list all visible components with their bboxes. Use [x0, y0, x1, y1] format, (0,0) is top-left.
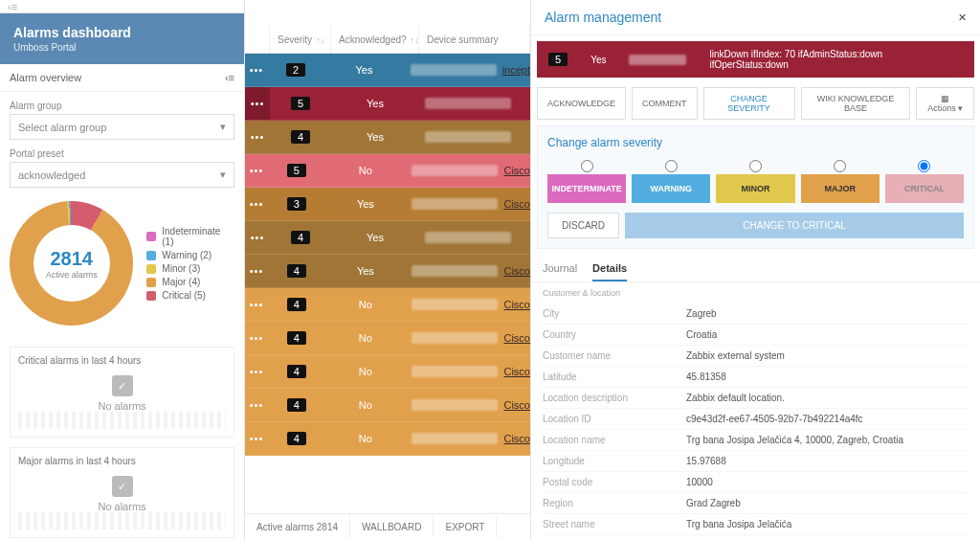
blurred-text [629, 55, 686, 65]
active-alarms-donut: 2814 Active alarms [10, 201, 133, 326]
tab-journal[interactable]: Journal [543, 262, 577, 281]
col-device-summary[interactable]: Device summary [419, 27, 530, 53]
row-menu-icon[interactable]: ••• [251, 98, 265, 109]
row-menu-icon[interactable]: ••• [250, 265, 264, 277]
no-alarms-text: No alarms [98, 501, 145, 512]
wiki-button[interactable]: WIKI KNOWLEDGE BASE [801, 87, 911, 120]
row-menu-icon[interactable]: ••• [250, 366, 264, 377]
detail-row: Latitude45.81358 [543, 367, 969, 388]
ack-cell: Yes [331, 87, 419, 120]
legend-item: Critical (5) [146, 290, 234, 301]
row-menu-icon[interactable]: ••• [250, 299, 264, 310]
severity-badge: 2 [286, 63, 305, 77]
table-row[interactable]: •••4NoCisco [245, 422, 530, 456]
row-menu-icon[interactable]: ••• [250, 64, 264, 76]
table-row[interactable]: •••4NoCisco [245, 322, 530, 355]
alarm-group-label: Alarm group [10, 101, 61, 111]
discard-button[interactable]: DISCARD [547, 213, 619, 238]
device-link[interactable]: incept [502, 64, 530, 76]
legend-label: Indeterminate (1) [162, 226, 234, 247]
severity-option[interactable]: CRITICAL [885, 159, 964, 203]
legend-label: Minor (3) [162, 263, 200, 274]
overview-collapse-icon[interactable]: ‹≡ [225, 72, 234, 83]
detail-value: Trg bana Josipa Jelačića 4, 10000, Zagre… [686, 435, 903, 445]
device-link[interactable]: Cisco [503, 399, 530, 411]
table-row[interactable]: •••4Yes [245, 121, 530, 154]
table-row[interactable]: •••4YesCisco [245, 255, 530, 288]
table-row[interactable]: •••4Yes [245, 221, 530, 255]
severity-badge: 4 [287, 365, 306, 378]
tab-details[interactable]: Details [592, 262, 627, 281]
ack-cell: No [324, 422, 406, 455]
table-row[interactable]: •••5Yes [245, 87, 530, 121]
severity-option[interactable]: MAJOR [801, 159, 880, 203]
detail-key: Postal code [543, 477, 686, 487]
device-link[interactable]: Cisco [503, 332, 530, 344]
blurred-text [412, 366, 498, 377]
col-acknowledged[interactable]: Acknowledged?↑↓ [331, 27, 419, 53]
row-menu-icon[interactable]: ••• [250, 165, 264, 176]
table-row[interactable]: •••2Yesincept [245, 54, 530, 87]
severity-badge: 4 [291, 130, 310, 144]
row-menu-icon[interactable]: ••• [250, 433, 264, 444]
row-menu-icon[interactable]: ••• [250, 332, 264, 344]
severity-legend: Indeterminate (1)Warning (2)Minor (3)Maj… [146, 223, 234, 304]
severity-option[interactable]: INDETERMINATE [547, 159, 626, 203]
detail-key: Longitude [543, 456, 686, 466]
collapse-toggle[interactable]: ‹≡ [0, 0, 244, 13]
critical-card-title: Critical alarms in last 4 hours [18, 355, 226, 366]
detail-key: Customer name [543, 350, 686, 361]
severity-badge: 5 [287, 164, 306, 177]
row-menu-icon[interactable]: ••• [251, 232, 265, 243]
legend-swatch [146, 264, 156, 274]
acknowledge-button[interactable]: ACKNOWLEDGE [537, 87, 626, 120]
footer-export[interactable]: EXPORT [434, 516, 497, 538]
severity-option[interactable]: WARNING [632, 159, 710, 203]
comment-button[interactable]: COMMENT [632, 87, 698, 120]
actions-menu[interactable]: ▦ Actions ▾ [916, 87, 974, 120]
severity-option[interactable]: MINOR [716, 159, 794, 203]
severity-radio[interactable] [749, 160, 762, 172]
table-row[interactable]: •••4NoCisco [245, 288, 530, 322]
row-menu-icon[interactable]: ••• [251, 131, 265, 143]
severity-radio[interactable] [834, 160, 846, 172]
device-link[interactable]: Cisco [503, 299, 530, 310]
detail-key: Latitude [543, 371, 686, 382]
detail-row: CityZagreb [543, 304, 969, 325]
blurred-text [412, 433, 498, 444]
table-row[interactable]: •••4NoCisco [245, 355, 530, 389]
selected-alarm-bar: 5 Yes linkDown ifIndex: 70 ifAdminStatus… [537, 41, 974, 78]
device-link[interactable]: Cisco [503, 433, 530, 444]
severity-chip: MINOR [716, 174, 794, 203]
ack-cell: Yes [331, 221, 419, 254]
row-menu-icon[interactable]: ••• [250, 399, 264, 411]
check-icon: ✓ [112, 476, 133, 497]
device-link[interactable]: Cisco [503, 165, 530, 176]
check-icon: ✓ [112, 375, 133, 396]
close-icon[interactable]: ✕ [958, 11, 967, 24]
legend-swatch [146, 278, 156, 287]
table-row[interactable]: •••3YesCisco [245, 188, 530, 221]
change-severity-button[interactable]: CHANGE SEVERITY [703, 87, 795, 120]
severity-badge: 4 [287, 264, 306, 278]
legend-label: Warning (2) [162, 250, 212, 260]
footer-wallboard[interactable]: WALLBOARD [350, 516, 434, 538]
device-link[interactable]: Cisco [503, 366, 530, 377]
table-row[interactable]: •••4NoCisco [245, 389, 530, 422]
detail-row: Location nameTrg bana Josipa Jelačića 4,… [543, 430, 969, 451]
severity-radio[interactable] [665, 160, 678, 172]
portal-preset-select[interactable]: acknowledged ▾ [10, 162, 234, 188]
blurred-text [412, 299, 498, 310]
severity-radio[interactable] [918, 160, 930, 172]
alarm-group-select[interactable]: Select alarm group ▾ [10, 114, 234, 140]
change-to-critical-button[interactable]: CHANGE TO CRITICAL [625, 213, 964, 238]
row-menu-icon[interactable]: ••• [250, 198, 264, 210]
major-card-title: Major alarms in last 4 hours [18, 456, 226, 466]
alarm-ack: Yes [590, 55, 606, 65]
col-severity[interactable]: Severity↑↓ [270, 27, 331, 53]
detail-key: Location name [543, 435, 686, 445]
device-link[interactable]: Cisco [503, 198, 530, 210]
device-link[interactable]: Cisco [503, 265, 530, 277]
table-row[interactable]: •••5NoCisco [245, 154, 530, 188]
severity-radio[interactable] [581, 160, 593, 172]
